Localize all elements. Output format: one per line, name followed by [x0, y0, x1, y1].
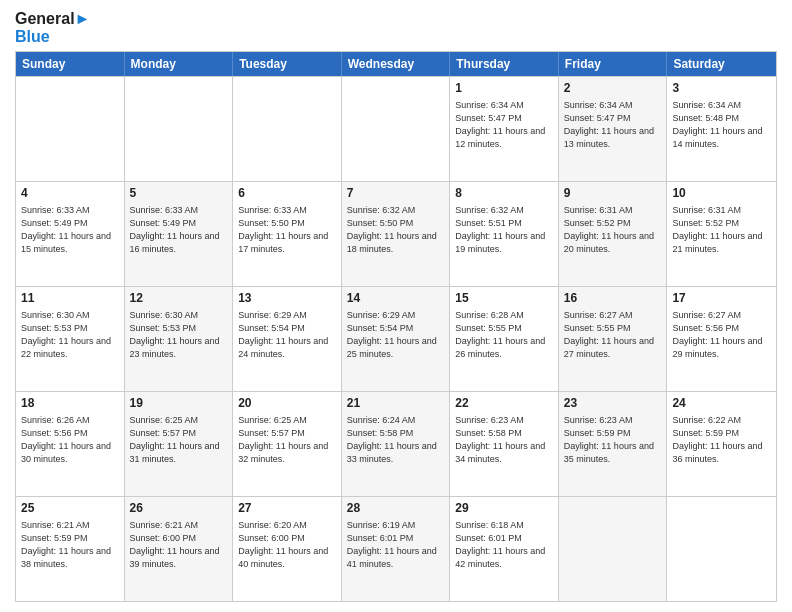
cal-cell-r4c5 — [559, 497, 668, 601]
cal-cell-r0c6: 3Sunrise: 6:34 AM Sunset: 5:48 PM Daylig… — [667, 77, 776, 181]
calendar: SundayMondayTuesdayWednesdayThursdayFrid… — [15, 51, 777, 602]
cell-info: Sunrise: 6:34 AM Sunset: 5:47 PM Dayligh… — [455, 99, 553, 151]
cal-cell-r3c0: 18Sunrise: 6:26 AM Sunset: 5:56 PM Dayli… — [16, 392, 125, 496]
cell-info: Sunrise: 6:31 AM Sunset: 5:52 PM Dayligh… — [672, 204, 771, 256]
cal-cell-r0c0 — [16, 77, 125, 181]
cell-info: Sunrise: 6:26 AM Sunset: 5:56 PM Dayligh… — [21, 414, 119, 466]
day-number: 18 — [21, 395, 119, 412]
cal-week-2: 4Sunrise: 6:33 AM Sunset: 5:49 PM Daylig… — [16, 181, 776, 286]
day-number: 17 — [672, 290, 771, 307]
cal-cell-r3c1: 19Sunrise: 6:25 AM Sunset: 5:57 PM Dayli… — [125, 392, 234, 496]
day-number: 3 — [672, 80, 771, 97]
cal-week-3: 11Sunrise: 6:30 AM Sunset: 5:53 PM Dayli… — [16, 286, 776, 391]
cell-info: Sunrise: 6:25 AM Sunset: 5:57 PM Dayligh… — [238, 414, 336, 466]
day-number: 4 — [21, 185, 119, 202]
cal-cell-r1c6: 10Sunrise: 6:31 AM Sunset: 5:52 PM Dayli… — [667, 182, 776, 286]
cal-cell-r3c6: 24Sunrise: 6:22 AM Sunset: 5:59 PM Dayli… — [667, 392, 776, 496]
day-number: 2 — [564, 80, 662, 97]
col-header-wednesday: Wednesday — [342, 52, 451, 76]
col-header-thursday: Thursday — [450, 52, 559, 76]
cal-cell-r4c6 — [667, 497, 776, 601]
cal-cell-r0c2 — [233, 77, 342, 181]
cell-info: Sunrise: 6:21 AM Sunset: 6:00 PM Dayligh… — [130, 519, 228, 571]
cal-cell-r3c5: 23Sunrise: 6:23 AM Sunset: 5:59 PM Dayli… — [559, 392, 668, 496]
cal-cell-r1c5: 9Sunrise: 6:31 AM Sunset: 5:52 PM Daylig… — [559, 182, 668, 286]
cal-week-5: 25Sunrise: 6:21 AM Sunset: 5:59 PM Dayli… — [16, 496, 776, 601]
cell-info: Sunrise: 6:31 AM Sunset: 5:52 PM Dayligh… — [564, 204, 662, 256]
day-number: 25 — [21, 500, 119, 517]
cal-cell-r2c0: 11Sunrise: 6:30 AM Sunset: 5:53 PM Dayli… — [16, 287, 125, 391]
cal-cell-r0c3 — [342, 77, 451, 181]
cell-info: Sunrise: 6:18 AM Sunset: 6:01 PM Dayligh… — [455, 519, 553, 571]
cell-info: Sunrise: 6:27 AM Sunset: 5:55 PM Dayligh… — [564, 309, 662, 361]
cell-info: Sunrise: 6:25 AM Sunset: 5:57 PM Dayligh… — [130, 414, 228, 466]
cal-cell-r2c2: 13Sunrise: 6:29 AM Sunset: 5:54 PM Dayli… — [233, 287, 342, 391]
cell-info: Sunrise: 6:22 AM Sunset: 5:59 PM Dayligh… — [672, 414, 771, 466]
cal-cell-r1c4: 8Sunrise: 6:32 AM Sunset: 5:51 PM Daylig… — [450, 182, 559, 286]
cell-info: Sunrise: 6:20 AM Sunset: 6:00 PM Dayligh… — [238, 519, 336, 571]
day-number: 23 — [564, 395, 662, 412]
cal-cell-r3c2: 20Sunrise: 6:25 AM Sunset: 5:57 PM Dayli… — [233, 392, 342, 496]
cal-cell-r0c4: 1Sunrise: 6:34 AM Sunset: 5:47 PM Daylig… — [450, 77, 559, 181]
cal-cell-r1c0: 4Sunrise: 6:33 AM Sunset: 5:49 PM Daylig… — [16, 182, 125, 286]
cal-cell-r3c4: 22Sunrise: 6:23 AM Sunset: 5:58 PM Dayli… — [450, 392, 559, 496]
day-number: 27 — [238, 500, 336, 517]
cal-cell-r4c4: 29Sunrise: 6:18 AM Sunset: 6:01 PM Dayli… — [450, 497, 559, 601]
cell-info: Sunrise: 6:34 AM Sunset: 5:47 PM Dayligh… — [564, 99, 662, 151]
col-header-friday: Friday — [559, 52, 668, 76]
cal-cell-r0c1 — [125, 77, 234, 181]
day-number: 6 — [238, 185, 336, 202]
cell-info: Sunrise: 6:27 AM Sunset: 5:56 PM Dayligh… — [672, 309, 771, 361]
cal-cell-r1c3: 7Sunrise: 6:32 AM Sunset: 5:50 PM Daylig… — [342, 182, 451, 286]
day-number: 29 — [455, 500, 553, 517]
cell-info: Sunrise: 6:32 AM Sunset: 5:51 PM Dayligh… — [455, 204, 553, 256]
day-number: 22 — [455, 395, 553, 412]
day-number: 9 — [564, 185, 662, 202]
cal-cell-r2c6: 17Sunrise: 6:27 AM Sunset: 5:56 PM Dayli… — [667, 287, 776, 391]
cal-cell-r1c2: 6Sunrise: 6:33 AM Sunset: 5:50 PM Daylig… — [233, 182, 342, 286]
cal-cell-r4c3: 28Sunrise: 6:19 AM Sunset: 6:01 PM Dayli… — [342, 497, 451, 601]
day-number: 21 — [347, 395, 445, 412]
day-number: 12 — [130, 290, 228, 307]
day-number: 19 — [130, 395, 228, 412]
cell-info: Sunrise: 6:21 AM Sunset: 5:59 PM Dayligh… — [21, 519, 119, 571]
calendar-header: SundayMondayTuesdayWednesdayThursdayFrid… — [16, 52, 776, 76]
cell-info: Sunrise: 6:28 AM Sunset: 5:55 PM Dayligh… — [455, 309, 553, 361]
cal-cell-r3c3: 21Sunrise: 6:24 AM Sunset: 5:58 PM Dayli… — [342, 392, 451, 496]
day-number: 11 — [21, 290, 119, 307]
cell-info: Sunrise: 6:19 AM Sunset: 6:01 PM Dayligh… — [347, 519, 445, 571]
cell-info: Sunrise: 6:30 AM Sunset: 5:53 PM Dayligh… — [21, 309, 119, 361]
calendar-body: 1Sunrise: 6:34 AM Sunset: 5:47 PM Daylig… — [16, 76, 776, 601]
col-header-saturday: Saturday — [667, 52, 776, 76]
day-number: 26 — [130, 500, 228, 517]
cell-info: Sunrise: 6:23 AM Sunset: 5:59 PM Dayligh… — [564, 414, 662, 466]
cal-cell-r2c1: 12Sunrise: 6:30 AM Sunset: 5:53 PM Dayli… — [125, 287, 234, 391]
cell-info: Sunrise: 6:29 AM Sunset: 5:54 PM Dayligh… — [347, 309, 445, 361]
cell-info: Sunrise: 6:32 AM Sunset: 5:50 PM Dayligh… — [347, 204, 445, 256]
cal-cell-r2c5: 16Sunrise: 6:27 AM Sunset: 5:55 PM Dayli… — [559, 287, 668, 391]
day-number: 1 — [455, 80, 553, 97]
day-number: 28 — [347, 500, 445, 517]
col-header-monday: Monday — [125, 52, 234, 76]
cell-info: Sunrise: 6:24 AM Sunset: 5:58 PM Dayligh… — [347, 414, 445, 466]
day-number: 24 — [672, 395, 771, 412]
cal-cell-r4c0: 25Sunrise: 6:21 AM Sunset: 5:59 PM Dayli… — [16, 497, 125, 601]
cal-week-4: 18Sunrise: 6:26 AM Sunset: 5:56 PM Dayli… — [16, 391, 776, 496]
cal-week-1: 1Sunrise: 6:34 AM Sunset: 5:47 PM Daylig… — [16, 76, 776, 181]
cell-info: Sunrise: 6:34 AM Sunset: 5:48 PM Dayligh… — [672, 99, 771, 151]
day-number: 10 — [672, 185, 771, 202]
day-number: 20 — [238, 395, 336, 412]
cal-cell-r0c5: 2Sunrise: 6:34 AM Sunset: 5:47 PM Daylig… — [559, 77, 668, 181]
cell-info: Sunrise: 6:30 AM Sunset: 5:53 PM Dayligh… — [130, 309, 228, 361]
col-header-sunday: Sunday — [16, 52, 125, 76]
cell-info: Sunrise: 6:33 AM Sunset: 5:50 PM Dayligh… — [238, 204, 336, 256]
day-number: 7 — [347, 185, 445, 202]
day-number: 5 — [130, 185, 228, 202]
cal-cell-r4c2: 27Sunrise: 6:20 AM Sunset: 6:00 PM Dayli… — [233, 497, 342, 601]
cal-cell-r2c3: 14Sunrise: 6:29 AM Sunset: 5:54 PM Dayli… — [342, 287, 451, 391]
col-header-tuesday: Tuesday — [233, 52, 342, 76]
page-header: General► Blue — [15, 10, 777, 45]
day-number: 15 — [455, 290, 553, 307]
cal-cell-r2c4: 15Sunrise: 6:28 AM Sunset: 5:55 PM Dayli… — [450, 287, 559, 391]
cal-cell-r1c1: 5Sunrise: 6:33 AM Sunset: 5:49 PM Daylig… — [125, 182, 234, 286]
